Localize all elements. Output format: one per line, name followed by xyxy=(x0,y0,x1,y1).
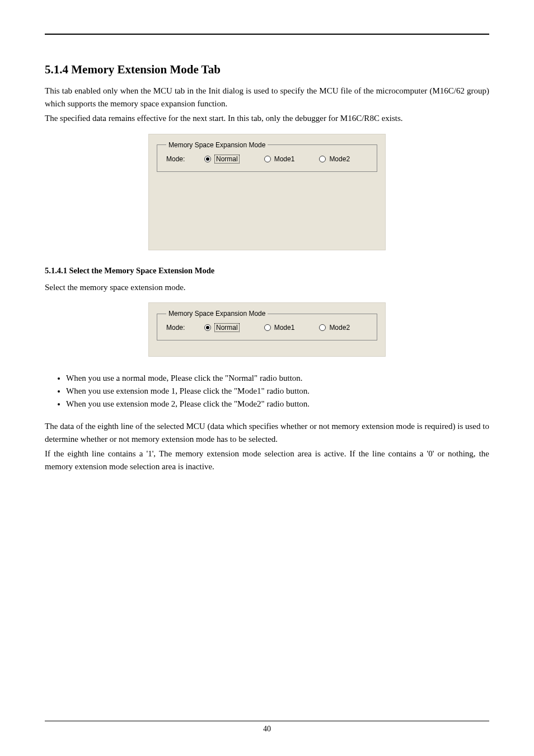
instruction-list: When you use a normal mode, Please click… xyxy=(45,372,489,410)
intro-paragraph-2: The specified data remains effective for… xyxy=(45,112,489,125)
radio-mode2-label: Mode2 xyxy=(329,155,350,163)
page-number: 40 xyxy=(45,725,489,734)
memory-mode-dialog-figure-large: Memory Space Expansion Mode Mode: Normal… xyxy=(148,134,386,250)
radio-mode1-label-small: Mode1 xyxy=(274,324,295,332)
groupbox-legend-small: Memory Space Expansion Mode xyxy=(166,310,268,318)
radio-mode1-small[interactable]: Mode1 xyxy=(264,324,295,332)
memory-mode-groupbox-small: Memory Space Expansion Mode Mode: Normal… xyxy=(157,310,377,340)
sub-heading: 5.1.4.1 Select the Memory Space Extensio… xyxy=(45,266,489,276)
radio-mode2[interactable]: Mode2 xyxy=(319,155,350,163)
groupbox-legend: Memory Space Expansion Mode xyxy=(166,141,268,149)
mode-label: Mode: xyxy=(166,155,196,163)
select-mode-text: Select the memory space extension mode. xyxy=(45,281,489,294)
mode-label-small: Mode: xyxy=(166,324,196,332)
radio-mode2-small[interactable]: Mode2 xyxy=(319,324,350,332)
section-heading: 5.1.4 Memory Extension Mode Tab xyxy=(45,63,489,77)
radio-icon-unselected xyxy=(264,156,271,162)
radio-icon-unselected xyxy=(264,324,271,331)
bullet-item: When you use extension mode 1, Please cl… xyxy=(66,385,489,397)
radio-normal-label: Normal xyxy=(214,155,240,164)
radio-mode1-label: Mode1 xyxy=(274,155,295,163)
radio-normal[interactable]: Normal xyxy=(204,155,240,164)
radio-icon-selected xyxy=(204,156,211,162)
bullet-item: When you use extension mode 2, Please cl… xyxy=(66,398,489,410)
radio-mode1[interactable]: Mode1 xyxy=(264,155,295,163)
intro-paragraph-1: This tab enabled only when the MCU tab i… xyxy=(45,85,489,110)
top-rule xyxy=(45,34,489,35)
explanation-paragraph-1: The data of the eighth line of the selec… xyxy=(45,420,489,445)
radio-icon-unselected xyxy=(319,156,326,162)
bullet-item: When you use a normal mode, Please click… xyxy=(66,372,489,384)
bottom-rule xyxy=(45,721,489,721)
radio-normal-label-small: Normal xyxy=(214,323,240,332)
memory-mode-dialog-figure-small: Memory Space Expansion Mode Mode: Normal… xyxy=(148,302,386,357)
radio-icon-selected xyxy=(204,324,211,331)
radio-icon-unselected xyxy=(319,324,326,331)
radio-mode2-label-small: Mode2 xyxy=(329,324,350,332)
memory-mode-groupbox: Memory Space Expansion Mode Mode: Normal… xyxy=(157,141,377,172)
explanation-paragraph-2: If the eighth line contains a '1', The m… xyxy=(45,447,489,473)
radio-normal-small[interactable]: Normal xyxy=(204,323,240,332)
